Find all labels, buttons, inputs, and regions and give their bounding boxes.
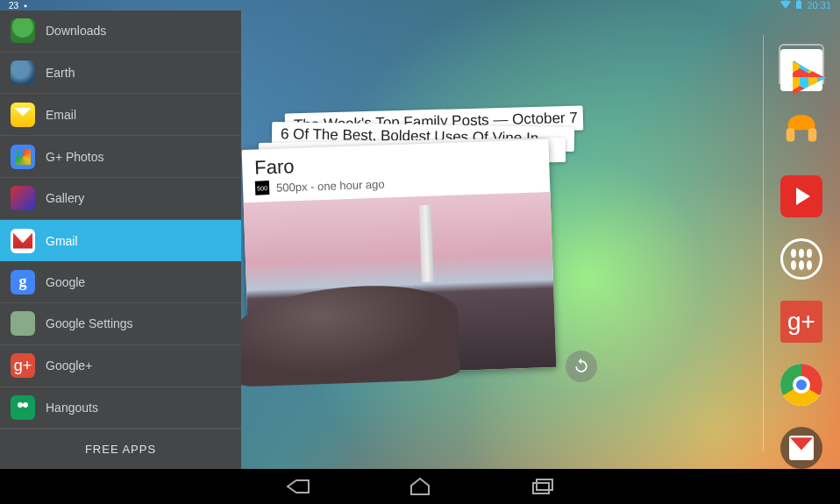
play-store-icon[interactable] — [780, 49, 822, 91]
drawer-item-google-settings[interactable]: Google Settings — [0, 303, 241, 345]
drawer-item-downloads[interactable]: Downloads — [0, 11, 241, 53]
home-button[interactable] — [402, 475, 438, 498]
youtube-icon[interactable] — [780, 175, 822, 217]
source-badge-icon: 500 — [255, 181, 270, 195]
drawer-item-gallery[interactable]: Gallery — [0, 178, 241, 220]
google-plus-icon[interactable]: g+ — [780, 301, 822, 343]
status-bar: 23 ▪ 20:31 — [0, 0, 840, 11]
gallery-icon — [11, 186, 35, 210]
download-icon — [11, 18, 35, 43]
gmail-icon — [11, 229, 35, 253]
battery-icon — [796, 0, 801, 11]
drawer-item-gphotos[interactable]: G+ Photos — [0, 136, 241, 178]
chrome-icon[interactable] — [780, 364, 822, 406]
svg-rect-6 — [787, 128, 795, 141]
recents-button[interactable] — [525, 475, 560, 498]
gplus-icon: g+ — [11, 353, 35, 378]
gsettings-icon — [11, 311, 35, 336]
svg-marker-4 — [794, 70, 808, 80]
svg-rect-7 — [808, 128, 817, 141]
recents-icon — [531, 478, 554, 495]
app-drawer-icon[interactable] — [780, 238, 822, 280]
widget-card-source: 500px - one hour ago — [276, 177, 385, 194]
drawer-item-email[interactable]: Email — [0, 94, 241, 136]
drawer-item-label: Hangouts — [46, 401, 98, 415]
svg-rect-8 — [533, 483, 549, 493]
svg-rect-9 — [537, 479, 552, 490]
refresh-icon — [573, 358, 590, 375]
drawer-item-label: Google+ — [46, 358, 92, 373]
drawer-item-hangouts[interactable]: Hangouts — [0, 387, 241, 429]
gmail-folder-icon[interactable] — [780, 427, 822, 469]
dock: g+ — [763, 18, 840, 469]
earth-icon — [11, 60, 35, 85]
wifi-icon — [780, 0, 791, 11]
nav-bar — [0, 469, 840, 504]
status-time: 20:31 — [807, 0, 831, 11]
drawer-item-google[interactable]: g Google — [0, 261, 241, 303]
drawer-item-label: Downloads — [46, 24, 106, 38]
drawer-item-gmail[interactable]: Gmail — [0, 220, 241, 262]
sd-card-icon: ▪ — [24, 1, 27, 11]
drawer-item-label: Gallery — [46, 191, 84, 205]
svg-marker-3 — [794, 60, 808, 70]
hangouts-icon — [11, 395, 35, 420]
widget-card[interactable]: Faro 500 500px - one hour ago — [242, 139, 557, 378]
drawer-item-earth[interactable]: Earth — [0, 53, 241, 95]
gphotos-icon — [11, 145, 35, 169]
svg-marker-2 — [794, 60, 808, 80]
free-apps-label: FREE APPS — [85, 443, 156, 456]
widget-refresh-button[interactable] — [566, 351, 597, 382]
svg-rect-0 — [796, 1, 801, 9]
home-icon — [408, 477, 432, 496]
drawer-item-label: Email — [46, 108, 76, 122]
back-icon — [284, 477, 310, 496]
drawer-item-google-plus[interactable]: g+ Google+ — [0, 345, 241, 387]
google-icon: g — [11, 270, 35, 295]
drawer-item-label: Earth — [46, 66, 75, 80]
drawer-item-label: Google Settings — [46, 316, 133, 330]
email-icon — [11, 103, 35, 127]
drawer-item-label: Gmail — [46, 234, 78, 248]
widget-card-image — [244, 192, 557, 378]
app-drawer: Downloads Earth Email G+ Photos Gallery … — [0, 11, 241, 469]
dock-divider — [763, 35, 764, 451]
status-left-label: 23 — [9, 1, 18, 11]
free-apps-button[interactable]: FREE APPS — [0, 429, 241, 469]
svg-rect-1 — [798, 0, 800, 1]
back-button[interactable] — [280, 475, 315, 498]
svg-marker-5 — [794, 60, 801, 80]
drawer-item-label: Google — [46, 275, 85, 289]
play-music-icon[interactable] — [780, 112, 822, 154]
drawer-item-label: G+ Photos — [46, 150, 104, 164]
